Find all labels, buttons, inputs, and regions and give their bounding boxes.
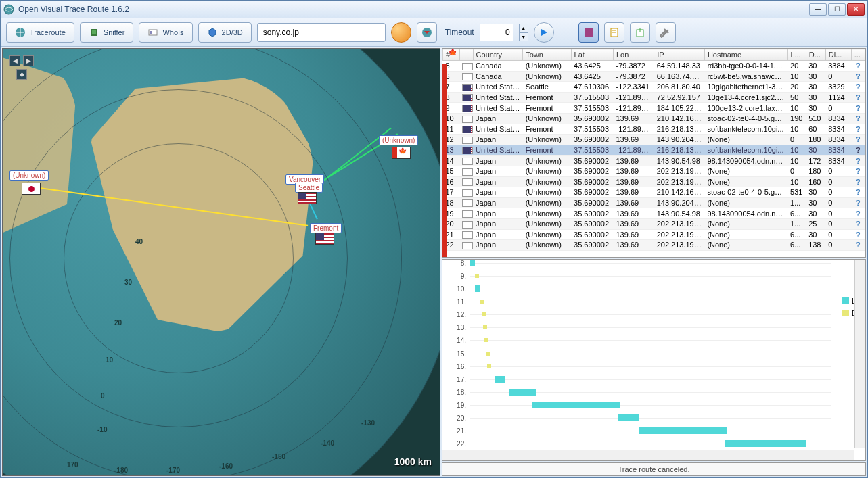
table-row[interactable]: 6Canada(Unknown)43.6425-79.387266.163.74… — [443, 71, 865, 82]
table-row[interactable]: 22Japan(Unknown)35.690002139.69202.213.1… — [443, 240, 865, 251]
table-row[interactable]: 20Japan(Unknown)35.690002139.69202.213.1… — [443, 218, 865, 229]
chart-bar — [486, 352, 490, 356]
map-nav-control[interactable]: ◀ ▶ ◆ — [9, 55, 43, 89]
chart-bar — [639, 427, 727, 434]
table-row[interactable]: 12Japan(Unknown)35.690002139.69143.90.20… — [443, 135, 865, 145]
help-icon[interactable]: ? — [851, 197, 865, 208]
map-label-seattle: Seattle — [295, 183, 323, 193]
flag-icon — [462, 189, 473, 197]
table-row[interactable]: 17Japan(Unknown)35.690002139.69210.142.1… — [443, 187, 865, 198]
col-header[interactable]: ... — [851, 49, 865, 61]
globe-icon — [15, 27, 26, 38]
help-icon[interactable]: ? — [851, 187, 865, 198]
col-header[interactable]: Hostname — [704, 49, 787, 61]
flag-icon — [462, 137, 473, 144]
map-scale: 1000 km — [394, 456, 432, 467]
hop-table: #CountryTownLatLonIPHostnameL...D...Di..… — [442, 49, 865, 251]
help-icon[interactable]: ? — [851, 135, 865, 145]
close-button[interactable]: ✕ — [847, 3, 865, 16]
cube-icon — [207, 27, 218, 38]
col-header[interactable]: IP — [654, 49, 705, 61]
col-header[interactable] — [459, 49, 473, 61]
map-mode-button[interactable] — [417, 22, 437, 43]
tool2-button[interactable] — [604, 22, 624, 43]
col-header[interactable]: Country — [473, 49, 523, 61]
col-header[interactable]: Di... — [825, 49, 851, 61]
help-icon[interactable]: ? — [851, 166, 865, 176]
flag-icon — [462, 178, 473, 186]
flag-icon — [462, 84, 473, 91]
map-label-unknown1: (Unknown) — [9, 170, 49, 181]
help-icon[interactable]: ? — [851, 145, 865, 156]
timeout-input[interactable] — [480, 24, 513, 41]
help-icon[interactable]: ? — [851, 103, 865, 114]
view-2d3d-button[interactable]: 2D/3D — [198, 22, 252, 43]
col-header[interactable]: Lat — [571, 49, 613, 61]
timeout-spinner[interactable]: ▲▼ — [519, 24, 528, 41]
help-icon[interactable]: ? — [851, 240, 865, 251]
flag-japan-marker — [22, 183, 41, 195]
hop-table-pane[interactable]: #CountryTownLatLonIPHostnameL...D...Di..… — [442, 48, 866, 258]
chart-bar — [470, 260, 475, 266]
table-row[interactable]: 16Japan(Unknown)35.690002139.69202.213.1… — [443, 176, 865, 187]
help-icon[interactable]: ? — [851, 71, 865, 82]
chart-vscroll[interactable] — [854, 260, 865, 448]
help-icon[interactable]: ? — [851, 92, 865, 103]
content-area: 40 30 20 10 0 -10 170 -180 -170 -160 -15… — [1, 47, 867, 477]
sniffer-button[interactable]: Sniffer — [80, 22, 134, 43]
toolbar: Traceroute Sniffer WhoIs 2D/3D Timeout ▲… — [1, 18, 867, 47]
go-button[interactable] — [391, 22, 411, 43]
flag-icon — [462, 147, 473, 154]
table-row[interactable]: 5Canada(Unknown)43.6425-79.387264.59.148… — [443, 61, 865, 72]
help-icon[interactable]: ? — [851, 61, 865, 72]
right-pane: #CountryTownLatLonIPHostnameL...D...Di..… — [442, 48, 866, 476]
table-row[interactable]: 7United StatesSeattle47.610306-122.33412… — [443, 82, 865, 93]
svg-rect-7 — [585, 28, 593, 37]
col-header[interactable]: D... — [806, 49, 825, 61]
host-input[interactable] — [257, 23, 386, 42]
chart-hscroll[interactable] — [442, 450, 854, 460]
table-row[interactable]: 21Japan(Unknown)35.690002139.69202.213.1… — [443, 229, 865, 240]
help-icon[interactable]: ? — [851, 208, 865, 219]
chart-bar — [495, 376, 505, 383]
timeout-label: Timeout — [445, 28, 474, 37]
col-header[interactable]: L... — [787, 49, 806, 61]
flag-icon — [462, 199, 473, 207]
help-icon[interactable]: ? — [851, 218, 865, 229]
play-button[interactable] — [534, 22, 554, 43]
col-header[interactable]: Lon — [613, 49, 654, 61]
table-row[interactable]: 13United StatesFremont37.515503-121.896.… — [443, 145, 865, 156]
chart-bar — [483, 325, 487, 329]
col-header[interactable]: Town — [523, 49, 571, 61]
maximize-button[interactable]: ☐ — [828, 3, 846, 16]
help-icon[interactable]: ? — [851, 176, 865, 187]
help-icon[interactable]: ? — [851, 229, 865, 240]
map-pane[interactable]: 40 30 20 10 0 -10 170 -180 -170 -160 -15… — [2, 48, 440, 476]
minimize-button[interactable]: — — [809, 3, 827, 16]
export-button[interactable] — [630, 22, 650, 43]
table-row[interactable]: 9United StatesFremont37.515503-121.896..… — [443, 103, 865, 114]
table-row[interactable]: 10Japan(Unknown)35.690002139.69210.142.1… — [443, 113, 865, 124]
flag-icon — [462, 126, 473, 133]
flag-icon — [462, 73, 473, 80]
app-window: Open Visual Trace Route 1.6.2 — ☐ ✕ Trac… — [0, 0, 868, 478]
flag-canada-marker — [392, 147, 411, 159]
chart-bar — [532, 402, 620, 408]
chip-icon — [89, 27, 99, 38]
help-icon[interactable]: ? — [851, 82, 865, 93]
whois-button[interactable]: WhoIs — [139, 22, 192, 43]
help-icon[interactable]: ? — [851, 156, 865, 166]
table-row[interactable]: 15Japan(Unknown)35.690002139.69202.213.1… — [443, 166, 865, 176]
help-icon[interactable]: ? — [851, 113, 865, 124]
latency-chart[interactable]: 8.9.10.11.12.13.14.15.16.17.18.19.20.21.… — [442, 259, 866, 461]
table-row[interactable]: 11United StatesFremont37.515503-121.896.… — [443, 124, 865, 135]
table-row[interactable]: 19Japan(Unknown)35.690002139.69143.90.54… — [443, 208, 865, 219]
help-icon[interactable]: ? — [851, 124, 865, 135]
chart-bar — [484, 338, 488, 342]
table-row[interactable]: 8United StatesFremont37.515503-121.896..… — [443, 92, 865, 103]
tool1-button[interactable] — [578, 22, 599, 43]
table-row[interactable]: 18Japan(Unknown)35.690002139.69143.90.20… — [443, 197, 865, 208]
traceroute-button[interactable]: Traceroute — [6, 22, 74, 43]
table-row[interactable]: 14Japan(Unknown)35.690002139.69143.90.54… — [443, 156, 865, 166]
settings-button[interactable] — [656, 22, 676, 43]
